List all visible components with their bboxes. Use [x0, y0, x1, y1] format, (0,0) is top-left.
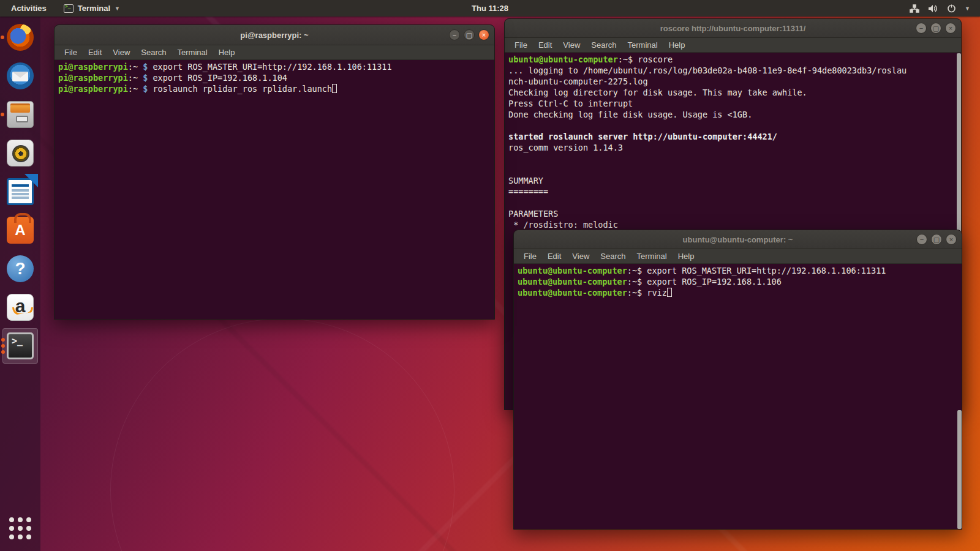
window-title: ubuntu@ubuntu-computer: ~: [683, 235, 793, 244]
system-tray[interactable]: ▼: [900, 0, 980, 17]
terminal-line: Done checking log file disk usage. Usage…: [508, 109, 957, 120]
menu-bar: FileEditViewSearchTerminalHelp: [55, 45, 494, 60]
text-cursor: [667, 288, 672, 297]
menu-terminal[interactable]: Terminal: [632, 250, 672, 262]
minimize-button[interactable]: −: [916, 234, 927, 245]
terminal-line: [508, 197, 957, 208]
terminal-line: pi@raspberrypi:~ $ roslaunch rplidar_ros…: [58, 83, 491, 94]
terminal-line: SUMMARY: [508, 175, 957, 186]
libreoffice-writer-icon: [7, 178, 34, 205]
help-icon: [7, 255, 34, 282]
top-bar: Activities Terminal ▼ Thu 11:28 ▼: [0, 0, 980, 17]
ubuntu-software-icon: [7, 217, 34, 244]
close-button[interactable]: ×: [946, 234, 957, 245]
dock-writer[interactable]: [2, 174, 38, 209]
dock-files[interactable]: [2, 97, 38, 132]
menu-help[interactable]: Help: [664, 39, 690, 51]
maximize-button[interactable]: ▢: [930, 23, 941, 34]
menu-edit[interactable]: Edit: [83, 47, 107, 58]
dock-software[interactable]: [2, 212, 38, 248]
launcher-dock: [0, 17, 40, 551]
window-pi-terminal: pi@raspberrypi: ~ − ▢ × FileEditViewSear…: [54, 24, 495, 320]
menu-file[interactable]: File: [59, 47, 82, 58]
network-wired-icon: [910, 4, 919, 13]
volume-icon: [928, 4, 938, 13]
terminal-line: ubuntu@ubuntu-computer:~$ rviz: [518, 287, 958, 298]
maximize-button[interactable]: ▢: [464, 29, 475, 40]
clock: Thu 11:28: [0, 4, 980, 13]
dock-show-apps[interactable]: [2, 511, 38, 546]
show-applications-icon: [8, 516, 32, 541]
terminal-line: [508, 120, 957, 131]
terminal-line: ubuntu@ubuntu-computer:~$ export ROS_MAS…: [518, 265, 958, 276]
maximize-button[interactable]: ▢: [931, 234, 942, 245]
dock-rhythmbox[interactable]: [2, 135, 38, 171]
amazon-icon: [7, 294, 34, 321]
menu-view[interactable]: View: [567, 250, 594, 262]
menu-view[interactable]: View: [108, 47, 135, 58]
menu-search[interactable]: Search: [586, 39, 621, 51]
terminal-line: Checking log directory for disk usage. T…: [508, 87, 957, 98]
terminal-line: ubuntu@ubuntu-computer:~$ roscore: [508, 54, 957, 65]
menu-edit[interactable]: Edit: [543, 250, 566, 262]
minimize-button[interactable]: −: [449, 29, 460, 40]
thunderbird-icon: [7, 62, 34, 89]
menu-terminal[interactable]: Terminal: [623, 39, 663, 51]
window-title: pi@raspberrypi: ~: [240, 31, 308, 40]
terminal-line: * /rosdistro: melodic: [508, 219, 957, 230]
chevron-down-icon: ▼: [115, 6, 120, 12]
clock-label[interactable]: Thu 11:28: [472, 4, 508, 13]
menu-terminal[interactable]: Terminal: [173, 47, 213, 58]
terminal-line: ros_comm version 1.14.3: [508, 142, 957, 153]
titlebar[interactable]: roscore http://ubuntu-computer:11311/ − …: [505, 19, 961, 38]
terminal-line: nch-ubuntu-computer-2275.log: [508, 76, 957, 87]
terminal-line: [508, 153, 957, 164]
activities-button[interactable]: Activities: [0, 0, 58, 17]
dock-amazon[interactable]: [2, 290, 38, 325]
dock-help[interactable]: [2, 251, 38, 287]
terminal-line: PARAMETERS: [508, 208, 957, 219]
app-menu-label: Terminal: [78, 4, 110, 13]
terminal-line: Press Ctrl-C to interrupt: [508, 98, 957, 109]
firefox-icon: [7, 24, 34, 51]
terminal-icon: [64, 4, 74, 13]
terminal-line: [508, 164, 957, 175]
menu-file[interactable]: File: [519, 250, 541, 262]
close-button[interactable]: ×: [478, 29, 489, 40]
titlebar[interactable]: ubuntu@ubuntu-computer: ~ − ▢ ×: [514, 230, 962, 249]
terminal-line: ... logging to /home/ubuntu/.ros/log/b03…: [508, 65, 957, 76]
menu-view[interactable]: View: [558, 39, 585, 51]
menu-help[interactable]: Help: [673, 250, 699, 262]
dock-terminal[interactable]: [2, 328, 38, 364]
close-button[interactable]: ×: [945, 23, 956, 34]
menu-bar: FileEditViewSearchTerminalHelp: [514, 249, 962, 264]
rhythmbox-icon: [7, 140, 34, 167]
menu-bar: FileEditViewSearchTerminalHelp: [505, 38, 961, 53]
terminal-line: ubuntu@ubuntu-computer:~$ export ROS_IP=…: [518, 276, 958, 287]
minimize-button[interactable]: −: [916, 23, 927, 34]
menu-edit[interactable]: Edit: [533, 39, 557, 51]
terminal-output[interactable]: pi@raspberrypi:~ $ export ROS_MASTER_URI…: [55, 60, 494, 319]
power-icon: [947, 4, 956, 13]
scrollbar[interactable]: [957, 264, 962, 529]
window-title: roscore http://ubuntu-computer:11311/: [660, 24, 806, 33]
menu-file[interactable]: File: [510, 39, 532, 51]
titlebar[interactable]: pi@raspberrypi: ~ − ▢ ×: [55, 25, 494, 45]
dock-firefox[interactable]: [2, 20, 38, 55]
files-icon: [7, 101, 34, 128]
terminal-icon: [7, 332, 34, 359]
terminal-output[interactable]: ubuntu@ubuntu-computer:~$ export ROS_MAS…: [514, 264, 962, 529]
menu-search[interactable]: Search: [595, 250, 630, 262]
terminal-line: pi@raspberrypi:~ $ export ROS_MASTER_URI…: [58, 61, 491, 72]
window-ubuntu-terminal: ubuntu@ubuntu-computer: ~ − ▢ × FileEdit…: [513, 230, 962, 530]
text-cursor: [332, 84, 337, 93]
terminal-line: started roslaunch server http://ubuntu-c…: [508, 131, 957, 142]
menu-search[interactable]: Search: [136, 47, 171, 58]
dock-thunderbird[interactable]: [2, 58, 38, 94]
terminal-line: pi@raspberrypi:~ $ export ROS_IP=192.168…: [58, 72, 491, 83]
scrollbar-thumb[interactable]: [957, 410, 962, 529]
app-menu[interactable]: Terminal ▼: [58, 0, 126, 17]
menu-help[interactable]: Help: [214, 47, 240, 58]
terminal-line: ========: [508, 186, 957, 197]
chevron-down-icon: ▼: [965, 6, 970, 12]
